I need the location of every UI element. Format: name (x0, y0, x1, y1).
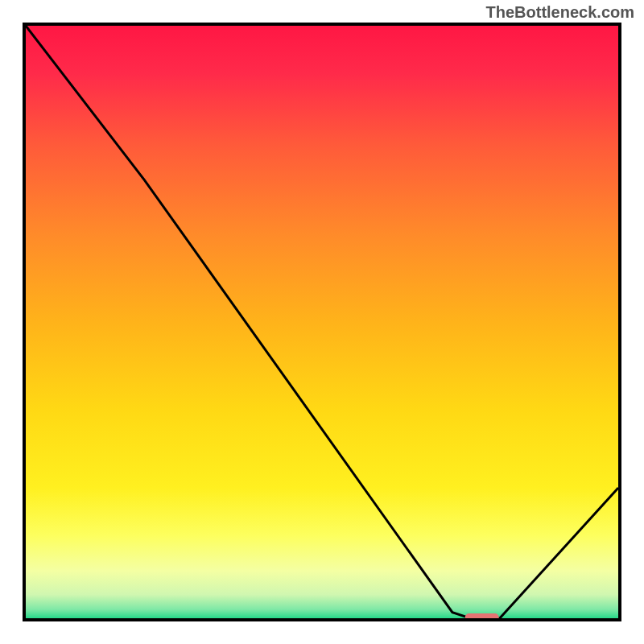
watermark-text: TheBottleneck.com (486, 3, 634, 22)
gradient-background (26, 26, 618, 618)
chart-frame (23, 23, 621, 621)
optimal-marker (465, 613, 499, 618)
chart-svg (26, 26, 618, 618)
